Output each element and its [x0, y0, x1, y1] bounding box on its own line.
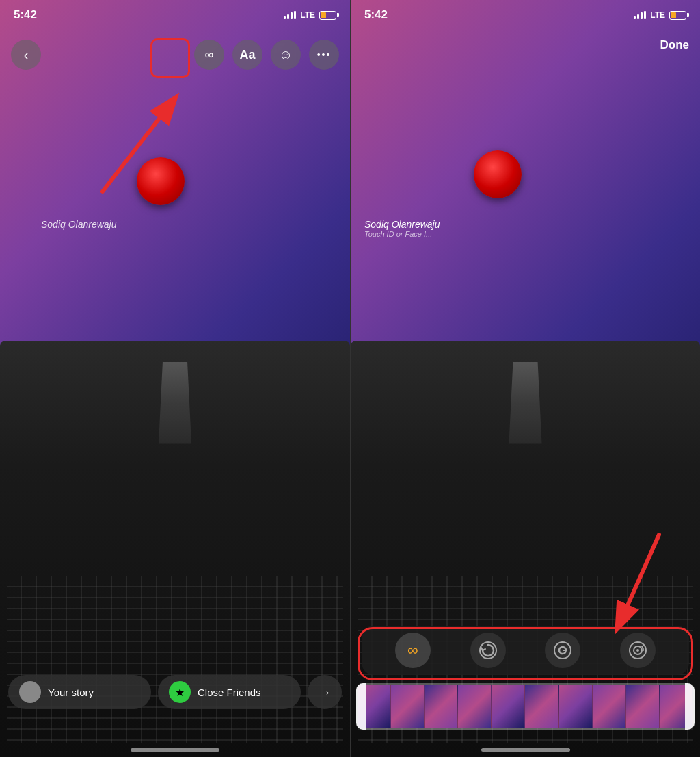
left-phone-panel: Sodiq Olanrewaju 5:42 LTE ‹ ∞ Aa	[0, 0, 350, 757]
keyboard-grid	[7, 576, 343, 743]
signal-icon-right	[634, 11, 646, 19]
home-indicator-left	[131, 748, 219, 752]
video-frame-3	[425, 685, 458, 728]
status-time-right: 5:42	[364, 8, 388, 22]
status-icons-right: LTE	[634, 10, 686, 20]
laptop-stand	[154, 362, 196, 444]
battery-icon-left	[319, 11, 336, 20]
infinity-icon: ∞	[205, 48, 214, 62]
more-button[interactable]: •••	[309, 40, 339, 70]
close-friends-label: Close Friends	[198, 687, 261, 698]
close-friends-button[interactable]: ★ Close Friends	[158, 675, 301, 709]
svg-line-1	[103, 99, 174, 191]
video-strip-handle-right[interactable]	[685, 683, 695, 730]
more-icon: •••	[317, 49, 332, 60]
status-time-left: 5:42	[14, 8, 37, 22]
arrow-annotation-left	[68, 82, 205, 205]
username-overlay: Sodiq Olanrewaju	[41, 219, 117, 230]
text-button[interactable]: Aa	[232, 40, 262, 70]
video-frame-5	[492, 685, 525, 728]
video-strip-handle-left[interactable]	[356, 683, 366, 730]
lte-label-right: LTE	[650, 10, 665, 20]
send-arrow-icon: →	[318, 685, 332, 700]
username-overlay-right: Sodiq Olanrewaju Touch ID or Face I...	[364, 219, 440, 238]
back-button[interactable]: ‹	[11, 40, 41, 70]
sticker-icon: ☺	[279, 47, 293, 63]
video-frame-7	[559, 685, 593, 728]
battery-fill-left	[321, 12, 326, 18]
video-frame-9	[626, 685, 660, 728]
video-frame-8	[593, 685, 626, 728]
text-icon: Aa	[239, 48, 255, 62]
home-indicator-right	[481, 748, 570, 752]
signal-icon-left	[284, 11, 296, 19]
status-bar-left: 5:42 LTE	[0, 0, 350, 30]
battery-icon-right	[669, 11, 686, 20]
video-strip[interactable]	[356, 683, 695, 730]
bottom-action-bar: Your story ★ Close Friends →	[0, 668, 350, 716]
green-star-icon: ★	[169, 681, 191, 703]
status-icons-left: LTE	[284, 10, 336, 20]
done-button[interactable]: Done	[660, 38, 690, 52]
battery-fill-right	[671, 12, 676, 18]
status-bar-right: 5:42 LTE	[351, 0, 700, 30]
right-phone-panel: Sodiq Olanrewaju Touch ID or Face I... 5…	[350, 0, 700, 757]
rose-sticker-right	[474, 150, 522, 198]
sticker-button[interactable]: ☺	[271, 40, 301, 70]
video-frame-4	[458, 685, 492, 728]
infinity-highlight-box	[150, 38, 190, 78]
video-frame-2	[391, 685, 425, 728]
svg-line-8	[618, 535, 659, 627]
laptop-stand-right	[505, 362, 546, 444]
arrow-annotation-right	[550, 514, 686, 651]
your-story-label: Your story	[48, 687, 94, 698]
your-story-button[interactable]: Your story	[8, 675, 151, 709]
lte-label-left: LTE	[300, 10, 315, 20]
send-button[interactable]: →	[308, 675, 342, 709]
infinity-boomerang-button[interactable]: ∞	[194, 40, 224, 70]
story-avatar	[19, 681, 41, 703]
video-frame-6	[525, 685, 558, 728]
